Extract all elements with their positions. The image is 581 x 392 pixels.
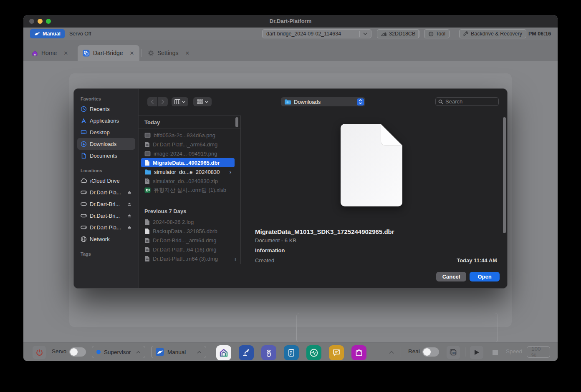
file-open-dialog: Favorites Recents Applications Desktop D… <box>73 88 508 289</box>
disk-icon <box>81 201 87 206</box>
file-row[interactable]: 2024-08-26 2.log <box>141 217 235 226</box>
sidebar-item-icloud[interactable]: iCloud Drive <box>77 175 135 186</box>
dock-report-icon[interactable] <box>284 345 299 360</box>
dock-task-icon[interactable] <box>239 345 254 360</box>
sidebar-item-downloads[interactable]: Downloads <box>77 138 135 150</box>
zip-file-icon <box>144 178 150 184</box>
home-icon <box>32 50 38 56</box>
path-dropdown[interactable]: Downloads <box>281 97 365 106</box>
downloads-icon <box>81 141 87 147</box>
migration-log-field[interactable] <box>296 313 498 343</box>
file-row[interactable]: bffd053a-2c...934d6a.png <box>141 131 235 140</box>
dock-expand-chevron-icon[interactable] <box>389 351 394 354</box>
power-button[interactable] <box>33 346 46 359</box>
sidebar-item-volume-2[interactable]: Dr.Dart-Bri... <box>77 198 135 210</box>
favorites-header: Favorites <box>81 96 101 101</box>
file-row[interactable]: 유형자산 실사...orm팀 (1).xlsb <box>141 186 235 195</box>
file-row[interactable]: Dr.Dart-Platf...m64 (3).dmg <box>141 254 235 263</box>
tab-settings[interactable]: Settings ✕ <box>143 45 195 61</box>
file-list-scrollbar[interactable] <box>235 117 238 127</box>
section-header: Previous 7 Days <box>144 208 186 214</box>
folder-icon <box>144 169 151 175</box>
dock-home-icon[interactable] <box>216 345 231 360</box>
file-row[interactable]: simulator_do...0240830.zip <box>141 176 235 186</box>
column-view-button[interactable] <box>172 97 188 106</box>
section-header: Today <box>144 119 160 126</box>
search-icon <box>438 99 443 104</box>
tool-button[interactable]: Tool <box>424 29 450 38</box>
dialog-footer: Cancel Open <box>74 264 507 289</box>
sidebar-item-desktop[interactable]: Desktop <box>77 126 135 138</box>
file-row[interactable]: image-2024...-094919.png <box>141 149 235 158</box>
desktop-icon <box>81 129 87 136</box>
file-row-selected[interactable]: MigrateData...4902965.dbr <box>141 158 235 167</box>
sidebar-item-network[interactable]: Network <box>77 233 135 245</box>
sidebar-item-documents[interactable]: Documents <box>77 150 135 161</box>
tab-home[interactable]: Home ✕ <box>27 45 73 61</box>
speed-label: Speed <box>506 348 522 354</box>
file-row[interactable]: Dr.Dart-Platf..._arm64.dmg <box>141 140 235 149</box>
group-view-button[interactable] <box>193 97 212 106</box>
sidebar-item-applications[interactable]: Applications <box>77 115 135 126</box>
dock-store-icon[interactable] <box>351 345 366 360</box>
dmg-file-icon <box>144 256 150 262</box>
file-row[interactable]: Dr.Dart-Brid..._arm64.dmg <box>141 236 235 245</box>
group-view-icon <box>197 99 203 105</box>
robot-id-badge[interactable]: 32DD18CB <box>377 29 419 38</box>
clock-time: PM 06:16 <box>528 31 551 37</box>
eject-icon[interactable] <box>127 190 132 194</box>
file-list: Today bffd053a-2c...934d6a.png Dr.Dart-P… <box>139 116 240 264</box>
real-sim-toggle[interactable] <box>422 347 439 357</box>
settings-gear-icon <box>148 50 154 56</box>
open-button[interactable]: Open <box>470 272 500 281</box>
sidebar-item-volume-4[interactable]: Dr.Dart-Pla... <box>77 221 135 233</box>
manual-mode-icon <box>34 31 40 36</box>
sidebar-item-volume-3[interactable]: Dr.Dart-Bri... <box>77 210 135 221</box>
disk-icon <box>81 190 87 195</box>
sidebar-item-volume-1[interactable]: Dr.Dart-Pla... <box>77 186 135 198</box>
speed-value-box[interactable]: 100 % <box>527 346 550 358</box>
backdrive-recovery-button[interactable]: Backdrive & Recovery <box>459 29 526 38</box>
column-resize-handle[interactable]: ‖ <box>235 257 237 262</box>
eject-icon[interactable] <box>127 214 132 218</box>
xlsb-file-icon <box>144 187 151 193</box>
tab-dart-bridge[interactable]: Dart-Bridge ✕ <box>78 45 139 61</box>
tab-close-icon[interactable]: ✕ <box>130 50 134 56</box>
dock-monitoring-icon[interactable] <box>306 345 321 360</box>
manual-select[interactable]: Manual <box>151 346 206 358</box>
preview-scrollbar[interactable] <box>503 117 506 233</box>
file-row[interactable]: BackupData...321856.dbrb <box>141 226 235 236</box>
servo-toggle[interactable] <box>69 347 86 357</box>
3d-view-button[interactable]: 3D <box>447 346 460 359</box>
servo-label: Servo <box>52 348 66 354</box>
tab-close-icon[interactable]: ✕ <box>63 50 68 56</box>
play-button[interactable] <box>470 346 483 359</box>
sidebar-item-recents[interactable]: Recents <box>77 103 135 115</box>
supervisor-select[interactable]: Supervisor <box>92 346 145 358</box>
column-resize-handle[interactable]: ‖ <box>495 257 498 262</box>
stop-button[interactable] <box>488 346 502 359</box>
stop-icon <box>493 350 498 355</box>
eject-icon[interactable] <box>127 225 132 229</box>
back-button[interactable] <box>147 97 157 106</box>
version-dropdown[interactable]: dart-bridge_2024-09-02_114634 <box>262 29 371 38</box>
forward-button[interactable] <box>158 97 168 106</box>
folder-row[interactable]: simulator_do...e_20240830 › <box>141 167 235 176</box>
title-bar: Dr.Dart-Platform <box>23 15 558 28</box>
document-preview-icon <box>341 124 402 206</box>
dock-message-icon[interactable] <box>329 345 344 360</box>
cancel-button[interactable]: Cancel <box>436 272 466 281</box>
tab-close-icon[interactable]: ✕ <box>185 50 190 56</box>
eject-icon[interactable] <box>127 202 132 206</box>
wrench-icon <box>463 31 469 37</box>
applications-icon <box>81 118 87 124</box>
chevron-down-icon <box>363 33 367 35</box>
manual-mode-button[interactable]: Manual <box>30 29 65 38</box>
dock-jog-icon[interactable] <box>261 345 276 360</box>
info-row-created: Created Today 11:44 AM <box>255 257 497 264</box>
search-input[interactable] <box>445 98 491 105</box>
file-row[interactable]: Dr.Dart-Platf...64 (16).dmg <box>141 245 235 254</box>
tags-header: Tags <box>81 251 91 256</box>
real-label: Real <box>408 348 420 354</box>
search-field[interactable] <box>435 97 499 106</box>
